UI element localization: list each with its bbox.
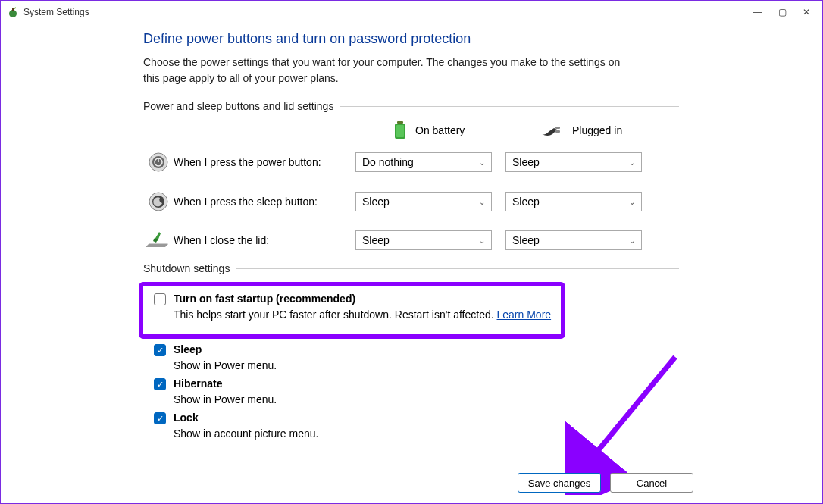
learn-more-link[interactable]: Learn More — [497, 308, 552, 321]
checkbox-sleep[interactable]: ✓ — [154, 344, 166, 356]
close-button[interactable]: ✕ — [801, 7, 812, 17]
cancel-button[interactable]: Cancel — [610, 473, 693, 493]
footer-buttons: Save changes Cancel — [518, 473, 693, 493]
chevron-down-icon: ⌄ — [479, 158, 485, 167]
col-header-plugged-label: Plugged in — [572, 124, 622, 136]
row-sleep-button: When I press the sleep button: Sleep ⌄ S… — [143, 191, 679, 212]
section-power-sleep: Power and sleep buttons and lid settings — [143, 100, 679, 112]
select-value: Sleep — [362, 196, 390, 208]
svg-rect-4 — [396, 125, 404, 137]
window-controls: — ▢ ✕ — [753, 7, 816, 17]
lid-icon — [143, 230, 174, 250]
hibernate-label: Hibernate — [174, 377, 223, 390]
setting-lock: ✓ Lock Show in account picture menu. — [154, 412, 679, 440]
svg-rect-5 — [555, 127, 560, 129]
plug-icon — [540, 124, 565, 137]
setting-sleep: ✓ Sleep Show in Power menu. — [154, 343, 679, 371]
sleep-button-icon — [143, 191, 174, 212]
app-icon — [7, 6, 19, 18]
svg-point-0 — [9, 10, 17, 17]
chevron-down-icon: ⌄ — [479, 236, 485, 245]
checkbox-fast-startup[interactable] — [154, 293, 166, 305]
select-power-button-plugged[interactable]: Sleep ⌄ — [505, 152, 642, 172]
page-description: Choose the power settings that you want … — [143, 55, 628, 86]
select-value: Do nothing — [362, 156, 414, 168]
col-header-battery-label: On battery — [415, 124, 465, 136]
select-value: Sleep — [512, 234, 540, 246]
svg-rect-6 — [555, 130, 560, 133]
select-value: Sleep — [512, 196, 540, 208]
row-lid-label: When I close the lid: — [174, 234, 355, 246]
lock-desc: Show in account picture menu. — [174, 427, 679, 440]
select-lid-battery[interactable]: Sleep ⌄ — [355, 230, 492, 250]
cancel-button-label: Cancel — [637, 477, 667, 489]
chevron-down-icon: ⌄ — [629, 158, 635, 167]
svg-rect-2 — [397, 121, 403, 124]
select-sleep-button-plugged[interactable]: Sleep ⌄ — [505, 192, 642, 211]
chevron-down-icon: ⌄ — [629, 236, 635, 245]
setting-hibernate: ✓ Hibernate Show in Power menu. — [154, 377, 679, 405]
section-shutdown: Shutdown settings — [143, 262, 679, 274]
battery-icon — [393, 120, 408, 141]
checkbox-lock[interactable]: ✓ — [154, 412, 166, 424]
section-label: Shutdown settings — [143, 262, 230, 274]
window-title: System Settings — [23, 7, 753, 17]
minimize-button[interactable]: — — [753, 7, 763, 17]
column-headers: On battery Plugged in — [143, 120, 679, 141]
row-sleep-button-label: When I press the sleep button: — [174, 196, 355, 208]
col-header-battery: On battery — [393, 120, 518, 141]
save-changes-button[interactable]: Save changes — [518, 473, 601, 493]
content-area: Define power buttons and turn on passwor… — [1, 23, 679, 440]
select-value: Sleep — [512, 156, 540, 168]
hibernate-desc: Show in Power menu. — [174, 393, 679, 405]
row-power-button-label: When I press the power button: — [174, 156, 355, 168]
chevron-down-icon: ⌄ — [479, 198, 485, 206]
chevron-down-icon: ⌄ — [629, 198, 635, 206]
highlight-fast-startup: Turn on fast startup (recommended) This … — [139, 282, 565, 339]
save-button-label: Save changes — [528, 477, 590, 489]
row-power-button: When I press the power button: Do nothin… — [143, 152, 679, 173]
fast-startup-desc: This helps start your PC faster after sh… — [174, 308, 497, 321]
fast-startup-label: Turn on fast startup (recommended) — [174, 293, 355, 305]
row-lid: When I close the lid: Sleep ⌄ Sleep ⌄ — [143, 230, 679, 250]
checkbox-hibernate[interactable]: ✓ — [154, 378, 166, 390]
select-lid-plugged[interactable]: Sleep ⌄ — [505, 230, 642, 250]
section-rule — [236, 268, 679, 269]
select-power-button-battery[interactable]: Do nothing ⌄ — [355, 152, 492, 172]
titlebar: System Settings — ▢ ✕ — [1, 1, 822, 23]
maximize-button[interactable]: ▢ — [777, 7, 787, 17]
section-rule — [340, 106, 679, 107]
col-header-plugged: Plugged in — [540, 120, 665, 141]
section-label: Power and sleep buttons and lid settings — [143, 100, 333, 112]
page-title: Define power buttons and turn on passwor… — [143, 31, 679, 47]
select-value: Sleep — [362, 234, 390, 246]
power-button-icon — [143, 152, 174, 173]
select-sleep-button-battery[interactable]: Sleep ⌄ — [355, 192, 492, 211]
sleep-desc: Show in Power menu. — [174, 359, 679, 371]
lock-label: Lock — [174, 412, 199, 424]
svg-rect-1 — [12, 8, 14, 11]
sleep-label: Sleep — [174, 343, 202, 355]
